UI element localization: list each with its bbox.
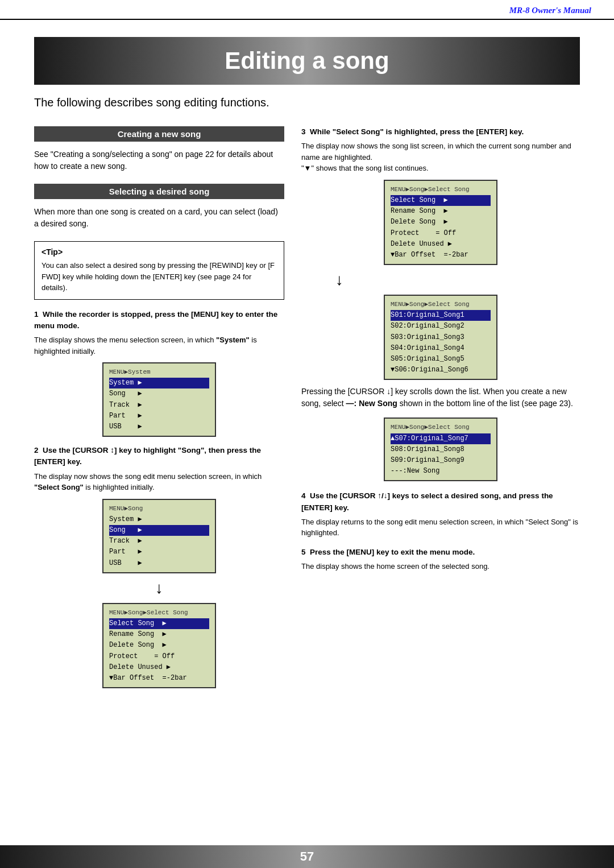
step-5-heading: 5 Press the [MENU] key to exit the menu … (301, 547, 580, 558)
right-column: 3 While "Select Song" is highlighted, pr… (301, 126, 580, 696)
lcd-song-select-left: MENU▶Song▶Select Song Select Song ▶Renam… (102, 603, 216, 688)
lcd-song-select-right: MENU▶Song▶Select Song Select Song ▶Renam… (384, 180, 497, 265)
lcd-song-select-left-container: MENU▶Song▶Select Song Select Song ▶Renam… (34, 603, 284, 688)
creating-new-song-section: Creating a new song See "Creating a song… (34, 126, 284, 172)
step-1: 1 While the recorder is stopped, press t… (34, 309, 284, 437)
step-3: 3 While "Select Song" is highlighted, pr… (301, 126, 580, 481)
manual-title: MR-8 Owner's Manual (509, 6, 591, 15)
step-2-heading: 2 Use the [CURSOR ↕] key to highlight "S… (34, 445, 284, 468)
lcd-song-list1-container: MENU▶Song▶Select Song S01:Original_Song1… (301, 295, 580, 380)
creating-new-song-heading: Creating a new song (34, 126, 284, 142)
lcd-song-select-right-container: MENU▶Song▶Select Song Select Song ▶Renam… (301, 180, 580, 265)
page-header: MR-8 Owner's Manual (0, 0, 614, 20)
content-columns: Creating a new song See "Creating a song… (34, 126, 580, 696)
lcd-menu-song: MENU▶Song System ▶ Song ▶Track ▶ Part ▶ … (102, 499, 216, 573)
step-2: 2 Use the [CURSOR ↕] key to highlight "S… (34, 445, 284, 688)
lcd-menu-system-container: MENU▶System System ▶Song ▶ Track ▶ Part … (34, 362, 284, 437)
step-1-body: The display shows the menu selection scr… (34, 334, 284, 357)
cursor-description-text: Pressing the [CURSOR ↓] key scrolls down… (301, 386, 580, 410)
selecting-desired-song-body: When more than one song is created on a … (34, 206, 284, 230)
arrow-down-icon: ↓ (34, 579, 284, 597)
step-4-heading: 4 Use the [CURSOR ↑/↓] keys to select a … (301, 490, 580, 514)
creating-new-song-body: See "Creating a song/selecting a song" o… (34, 148, 284, 172)
tip-text: You can also select a desired song by pr… (42, 260, 277, 294)
page-subtitle: The following describes song editing fun… (34, 96, 580, 109)
step-4-body: The display returns to the song edit men… (301, 516, 580, 539)
page-number: 57 (300, 849, 314, 864)
page-footer: 57 (0, 845, 614, 868)
selecting-desired-song-heading: Selecting a desired song (34, 184, 284, 199)
lcd-menu-system: MENU▶System System ▶Song ▶ Track ▶ Part … (102, 362, 216, 437)
lcd-song-list2-container: MENU▶Song▶Select Song ▲S07:Original_Song… (301, 418, 580, 481)
page-title-banner: Editing a song (34, 37, 580, 85)
step-1-heading: 1 While the recorder is stopped, press t… (34, 309, 284, 332)
step-5: 5 Press the [MENU] key to exit the menu … (301, 547, 580, 572)
selecting-desired-song-section: Selecting a desired song When more than … (34, 184, 284, 230)
step-5-body: The display shows the home screen of the… (301, 561, 580, 572)
arrow-down-icon-2: ↓ (301, 271, 580, 289)
step-2-body: The display now shows the song edit menu… (34, 471, 284, 493)
step-3-heading: 3 While "Select Song" is highlighted, pr… (301, 126, 580, 138)
tip-box: <Tip> You can also select a desired song… (34, 241, 284, 300)
page-title: Editing a song (57, 47, 557, 75)
step-4: 4 Use the [CURSOR ↑/↓] keys to select a … (301, 490, 580, 539)
tip-title: <Tip> (42, 247, 277, 257)
lcd-song-list1: MENU▶Song▶Select Song S01:Original_Song1… (384, 295, 497, 380)
lcd-song-list2: MENU▶Song▶Select Song ▲S07:Original_Song… (384, 418, 497, 481)
step-3-body2: "▼" shows that the song list continues. (301, 163, 580, 174)
step-3-body1: The display now shows the song list scre… (301, 140, 580, 163)
lcd-menu-song-container: MENU▶Song System ▶ Song ▶Track ▶ Part ▶ … (34, 499, 284, 573)
left-column: Creating a new song See "Creating a song… (34, 126, 284, 696)
